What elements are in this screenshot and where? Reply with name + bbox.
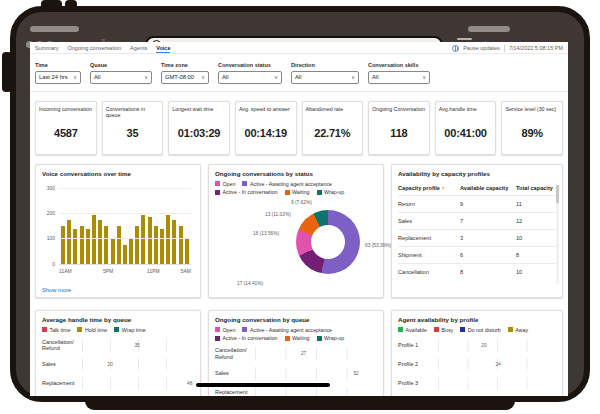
filter-dropdown[interactable]: All∨	[368, 71, 430, 84]
stacked-rows: Cancellation/ Refund27Sales52Replacement	[215, 347, 377, 396]
app-window: SummaryOngoing conversationAgentsVoice P…	[30, 42, 568, 396]
legend-item: Waiting	[285, 189, 310, 195]
bar-row: Profile 3	[398, 377, 556, 390]
bar	[117, 226, 121, 264]
bar	[80, 226, 84, 264]
tab-summary[interactable]: Summary	[35, 45, 59, 54]
scrollbar-thumb[interactable]	[556, 185, 559, 203]
gridline	[59, 238, 191, 239]
bar	[61, 226, 65, 264]
bar-row: Replacement48	[42, 377, 194, 390]
tab-ongoing-conversation[interactable]: Ongoing conversation	[68, 45, 122, 54]
filter-dropdown[interactable]: All∨	[218, 71, 282, 84]
row-label: Sales	[42, 361, 82, 368]
x-tick-label: 5PM	[103, 268, 113, 274]
row-label: Replacement	[42, 380, 82, 387]
table-cell: 10	[516, 235, 556, 241]
filter-value: All	[222, 74, 228, 80]
tabbar-right: Pause updates 7/14/2022 5:08:15 PM	[452, 45, 563, 54]
legend-label: Away	[515, 327, 528, 333]
timestamp: 7/14/2022 5:08:15 PM	[509, 45, 563, 51]
filter-label: Time zone	[161, 62, 209, 68]
bar-track: 27	[255, 347, 377, 360]
filter-label: Conversation skills	[368, 62, 430, 68]
chevron-down-icon: ∨	[274, 74, 278, 80]
kpi-value: 00:41:00	[439, 127, 493, 139]
filter-conversation-status: Conversation statusAll∨	[218, 62, 282, 84]
table-row: Shipment68	[398, 246, 556, 263]
legend-swatch	[215, 190, 220, 195]
filter-dropdown[interactable]: All∨	[90, 71, 152, 84]
filter-label: Time	[35, 62, 81, 68]
kpi-label: Abandoned rate	[306, 106, 360, 121]
table-cell: Sales	[398, 218, 460, 224]
bar-track: 48	[82, 377, 194, 390]
bar-row: Profile 120	[398, 339, 556, 352]
legend-item: Open	[215, 327, 235, 333]
legend-label: Open	[223, 327, 236, 333]
card-status-donut: Ongoing conversations by status OpenActi…	[208, 164, 384, 298]
table-cell: Return	[398, 201, 460, 207]
legend-label: Do not disturb	[468, 327, 501, 333]
bar-value: 20	[481, 343, 486, 348]
pause-updates-label[interactable]: Pause updates	[463, 45, 500, 51]
kpi-row: Incoming conversation4587Conversations i…	[30, 101, 568, 155]
column-header[interactable]: Available capacity	[460, 185, 516, 191]
bar-track	[438, 377, 556, 390]
bar-value: 20	[108, 362, 113, 367]
bar	[129, 239, 133, 263]
chart-title: Availability by capacity profiles	[398, 170, 556, 177]
filter-dropdown[interactable]: GMT-08:00∨	[161, 71, 209, 84]
table-row: Sales712	[398, 212, 556, 229]
bar-row: Profile 224	[398, 358, 556, 371]
x-tick-label: 5AM	[181, 268, 191, 274]
plot-area	[59, 188, 191, 264]
legend-swatch	[215, 336, 220, 341]
legend-item: Active - Awaiting agent acceptance	[242, 181, 332, 187]
table-row: Cancellation810	[398, 263, 556, 280]
filter-dropdown[interactable]: Last 24 hrs∨	[35, 71, 81, 84]
bar-row: Cancellation/ Refund27	[215, 347, 377, 361]
filter-queue: QueueAll∨	[90, 62, 152, 84]
filter-value: All	[372, 74, 378, 80]
bar	[92, 215, 96, 263]
show-more-link[interactable]: Show more	[42, 287, 71, 293]
row-label: Sales	[215, 370, 255, 377]
tab-list: SummaryOngoing conversationAgentsVoice	[35, 45, 170, 54]
legend-swatch	[215, 181, 220, 186]
table-header-row: Capacity profile ↑Available capacityTota…	[398, 183, 556, 195]
legend-item: Away	[508, 327, 528, 333]
dashboard-tabbar: SummaryOngoing conversationAgentsVoice P…	[30, 42, 568, 54]
filter-value: All	[295, 74, 301, 80]
scrollbar[interactable]	[556, 185, 559, 284]
column-header[interactable]: Capacity profile ↑	[398, 185, 460, 191]
legend-swatch	[317, 336, 322, 341]
table-cell: 10	[516, 269, 556, 275]
kpi-value: 22.71%	[306, 127, 360, 139]
table-cell: Replacement	[398, 235, 460, 241]
legend-item: Active - Awaiting agent acceptance	[242, 327, 332, 333]
legend-label: Talk time	[50, 327, 71, 333]
y-tick-label: 100	[42, 235, 55, 241]
kpi-card: Incoming conversation4587	[35, 101, 97, 155]
filter-direction: DirectionAll∨	[291, 62, 359, 84]
table-cell: 3	[460, 235, 516, 241]
bar-track: 20	[82, 358, 194, 371]
legend: AvailableBusyDo not disturbAway	[398, 327, 556, 333]
bar	[73, 229, 77, 263]
legend-item: Wrap-up	[317, 189, 345, 195]
bar	[160, 229, 164, 263]
legend-label: Waiting	[292, 335, 309, 341]
column-header[interactable]: Total capacity	[516, 185, 556, 191]
kpi-label: Avg. speed to answer	[239, 106, 293, 121]
row-label: Replacement	[215, 389, 255, 396]
filter-dropdown[interactable]: All∨	[291, 71, 359, 84]
filter-value: GMT-08:00	[165, 74, 194, 80]
card-voice-over-time: Voice conversations over time 3002001000…	[35, 164, 201, 298]
tab-agents[interactable]: Agents	[130, 45, 147, 54]
pause-icon[interactable]	[452, 45, 459, 52]
filter-time: TimeLast 24 hrs∨	[35, 62, 81, 84]
filter-conversation-skills: Conversation skillsAll∨	[368, 62, 430, 84]
y-tick-label: 0	[42, 261, 55, 267]
tab-voice[interactable]: Voice	[156, 45, 170, 54]
